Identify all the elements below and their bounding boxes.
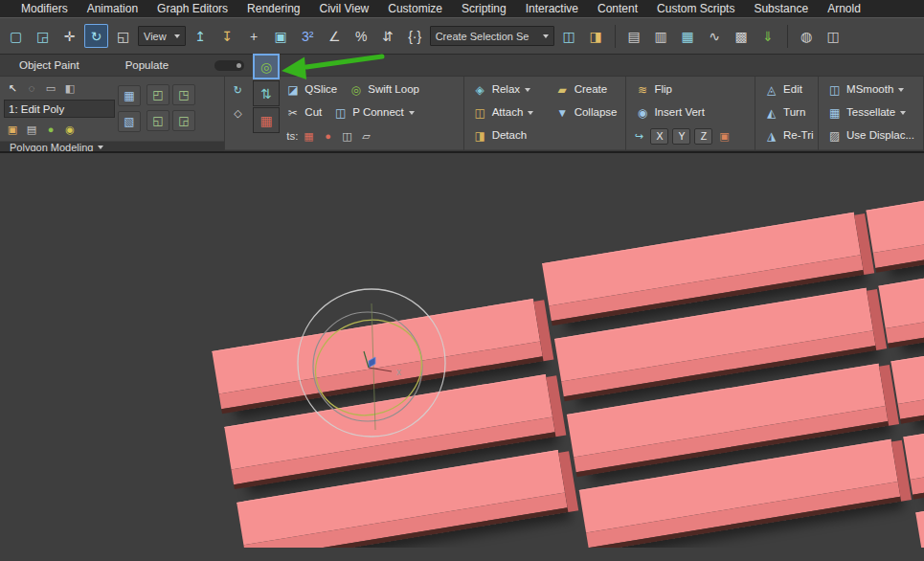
- select-and-scale-button[interactable]: ◱: [111, 24, 135, 48]
- use-displacement-button[interactable]: ▨ Use Displac...: [823, 128, 919, 145]
- toolbar-separator: [787, 25, 788, 48]
- menu-item-rendering[interactable]: Rendering: [237, 2, 309, 15]
- preview-window-icon[interactable]: ▤: [23, 121, 40, 138]
- menu-item-customize[interactable]: Customize: [378, 2, 452, 15]
- flip-button[interactable]: ≋ Flip: [630, 82, 677, 99]
- constraints-mode-icon[interactable]: ◇: [229, 104, 246, 122]
- modify-selection-icon: ◱: [152, 114, 163, 127]
- schematic-view-button[interactable]: ▩: [730, 24, 754, 48]
- spinner-snap-toggle-button[interactable]: ⇵: [376, 24, 400, 48]
- swift-loop-button[interactable]: ◎ Swift Loop: [344, 82, 424, 99]
- menu-item-custom-scripts[interactable]: Custom Scripts: [647, 2, 744, 15]
- select-and-rotate-button[interactable]: ↻: [84, 24, 108, 48]
- reference-coordinate-dropdown[interactable]: View: [138, 26, 186, 46]
- symmetry-tools-button[interactable]: ◳: [172, 84, 195, 105]
- select-and-move-button[interactable]: ✛: [57, 24, 81, 48]
- constraint-face-icon[interactable]: ◫: [339, 127, 356, 145]
- curve-editor-button[interactable]: ∿: [703, 24, 727, 48]
- tessellate-button[interactable]: ▦ Tessellate: [823, 105, 911, 122]
- vertex-mode-icon[interactable]: ◌: [23, 79, 40, 97]
- paint-deform-button[interactable]: ◲: [172, 110, 195, 131]
- modify-selection-button[interactable]: ◱: [146, 110, 169, 131]
- rectangular-selection-region-button[interactable]: ▢: [4, 24, 28, 48]
- menu-item-civil-view[interactable]: Civil View: [309, 2, 378, 15]
- mirror-button[interactable]: ◫: [557, 24, 581, 48]
- menu-item-arnold[interactable]: Arnold: [818, 2, 870, 15]
- show-end-result-icon: ▧: [124, 115, 134, 128]
- menu-item-graph-editors[interactable]: Graph Editors: [147, 2, 237, 15]
- constraint-edge-icon[interactable]: ●: [320, 127, 337, 145]
- constraint-normal-icon[interactable]: ▱: [358, 127, 375, 145]
- slice-direction-icon[interactable]: ↪: [630, 127, 647, 145]
- preview-on-icon[interactable]: ●: [42, 121, 59, 138]
- menu-item-animation[interactable]: Animation: [78, 2, 147, 15]
- scene-explorer-button[interactable]: ▥: [649, 24, 673, 48]
- ribbon-options-pill[interactable]: [214, 60, 244, 71]
- polygon-modeling-panel: ↖ ◌ ▭ ◧ 1: Edit Poly ▣ ▤ ● ◉ ▦ ▧: [0, 77, 225, 151]
- turn-button[interactable]: ◭ Turn: [759, 105, 810, 122]
- tris-edit-button[interactable]: ◬ Edit: [759, 82, 807, 99]
- rotate-gizmo[interactable]: x: [287, 277, 460, 459]
- rectangular-selection-region-icon: ▢: [10, 30, 22, 43]
- menu-item-substance[interactable]: Substance: [744, 2, 818, 15]
- menu-item-scripting[interactable]: Scripting: [452, 2, 516, 15]
- edit-named-selection-sets-button[interactable]: {·}: [403, 24, 427, 48]
- center-crosshair-icon: +: [250, 30, 258, 43]
- slice-plane-icon[interactable]: ▣: [715, 127, 732, 145]
- paint-selection-region-button[interactable]: ◲: [31, 24, 55, 48]
- msmooth-button[interactable]: ◫ MSmooth: [823, 82, 909, 99]
- isolate-selection-button[interactable]: ◍: [795, 24, 819, 48]
- repeat-last-icon[interactable]: ↻: [229, 81, 246, 99]
- tab-populate[interactable]: Populate: [125, 59, 169, 71]
- menu-item-modifiers[interactable]: Modifiers: [11, 2, 78, 15]
- pin-stack-button[interactable]: ▦: [118, 85, 141, 106]
- layer-explorer-button[interactable]: ▤: [622, 24, 646, 48]
- show-end-result-button[interactable]: ▧: [118, 111, 141, 132]
- preview-subobject-icon[interactable]: ▣: [4, 121, 21, 138]
- selection-set-combo[interactable]: Create Selection Se: [430, 26, 554, 46]
- generate-topology-button[interactable]: ◰: [146, 84, 169, 105]
- axis-x-button[interactable]: X: [650, 128, 668, 145]
- collapse-button[interactable]: ▼ Collapse: [551, 105, 622, 122]
- re-tri-button[interactable]: ◮ Re-Tri: [759, 128, 819, 145]
- select-and-manipulate-button[interactable]: ▣: [269, 24, 293, 48]
- tab-object-paint[interactable]: Object Paint: [19, 59, 79, 71]
- angle-snap-toggle-button[interactable]: ∠: [323, 24, 347, 48]
- use-pivot-point-center-button[interactable]: ↥: [189, 24, 213, 48]
- insert-vert-button[interactable]: ◉ Insert Vert: [630, 105, 709, 122]
- menu-item-content[interactable]: Content: [588, 2, 647, 15]
- gizmo-axis-plane[interactable]: [369, 357, 375, 368]
- percent-snap-toggle-button[interactable]: %: [349, 24, 373, 48]
- floating-tool-strip: ◎ ⇅ ▦: [253, 54, 280, 133]
- center-crosshair-button[interactable]: +: [242, 24, 266, 48]
- modifier-stack-field[interactable]: 1: Edit Poly: [4, 100, 115, 118]
- polygon-mode-icon[interactable]: ◧: [61, 79, 79, 97]
- ribbon-toggle-button[interactable]: ▦: [676, 24, 700, 48]
- axis-y-button[interactable]: Y: [672, 128, 690, 145]
- ribbon-tab-bar: Object Paint Populate: [0, 55, 924, 77]
- preview-multi-icon[interactable]: ◉: [61, 121, 79, 138]
- viewport[interactable]: x: [0, 151, 924, 548]
- align-button[interactable]: ◨: [584, 24, 608, 48]
- render-import-button[interactable]: ⇓: [756, 24, 780, 48]
- detach-button[interactable]: ◨ Detach: [468, 128, 531, 145]
- snap-toggle-3d-button[interactable]: 3²: [296, 24, 320, 48]
- constraint-none-icon[interactable]: ▦: [301, 127, 318, 145]
- menu-item-interactive[interactable]: Interactive: [516, 2, 588, 15]
- create-button[interactable]: ▰ Create: [551, 82, 613, 99]
- p-connect-button[interactable]: ◫ P Connect: [328, 105, 419, 122]
- cursor-select-icon[interactable]: ↖: [4, 79, 21, 97]
- axis-z-button[interactable]: Z: [694, 128, 712, 145]
- overlay-paint-tool-button[interactable]: ▦: [253, 107, 280, 133]
- clipped-edge-tool-button[interactable]: ◫: [822, 24, 845, 48]
- roof-slab[interactable]: [867, 159, 924, 272]
- edge-mode-icon[interactable]: ▭: [42, 79, 59, 97]
- attach-button[interactable]: ◫ Attach: [468, 105, 549, 122]
- cut-button[interactable]: ✂ Cut: [281, 105, 327, 122]
- qslice-button[interactable]: ◪ QSlice: [281, 82, 342, 99]
- use-selection-center-button[interactable]: ↧: [215, 24, 239, 48]
- relax-button[interactable]: ◈ Relax: [468, 82, 549, 99]
- swift-loop-active-button[interactable]: ◎: [253, 54, 280, 79]
- overlay-shift-tool-button[interactable]: ⇅: [253, 80, 280, 106]
- p-connect-label: P Connect: [352, 107, 404, 119]
